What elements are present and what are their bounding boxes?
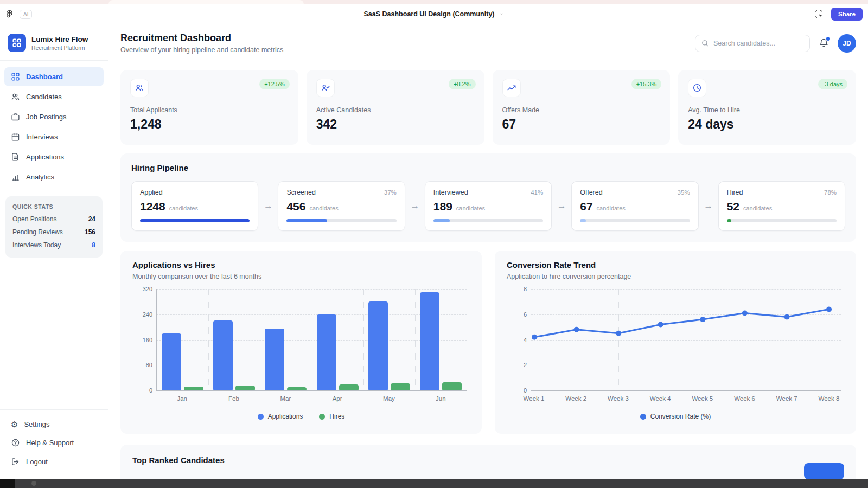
section-title: Top Ranked Candidates bbox=[132, 455, 225, 465]
stage-progress-fill bbox=[286, 219, 327, 222]
sidebar-item-interviews[interactable]: Interviews bbox=[4, 127, 104, 146]
sidebar-item-applications[interactable]: Applications bbox=[4, 147, 104, 166]
x-axis-label: May bbox=[363, 394, 414, 405]
sidebar-item-label: Logout bbox=[26, 458, 48, 466]
stage-unit: candidates bbox=[456, 205, 485, 211]
taskbar-corner bbox=[0, 479, 15, 488]
data-point bbox=[658, 322, 663, 327]
quick-stat-label: Pending Reviews bbox=[12, 228, 63, 236]
dev-mode-icon[interactable] bbox=[814, 9, 824, 19]
sidebar-item-label: Candidates bbox=[26, 93, 62, 101]
sidebar-item-settings[interactable]: ⚙ Settings bbox=[4, 415, 104, 433]
pipeline-stage-offered: Offered 35% 67 candidates bbox=[571, 181, 698, 231]
figma-toolbar: AI SaaS Dashboard UI Design (Community) … bbox=[0, 4, 868, 24]
bar-group bbox=[415, 289, 467, 390]
bar-hires bbox=[184, 387, 203, 390]
stat-value: 67 bbox=[502, 117, 661, 132]
taskbar bbox=[0, 479, 868, 488]
search-box[interactable] bbox=[695, 35, 810, 52]
document-title[interactable]: SaaS Dashboard UI Design (Community) bbox=[363, 10, 494, 18]
data-point bbox=[700, 317, 705, 322]
stat-value: 24 days bbox=[688, 117, 846, 132]
bar-hires bbox=[339, 384, 359, 390]
x-axis-label: Week 2 bbox=[565, 395, 586, 402]
data-point bbox=[826, 306, 832, 312]
data-point bbox=[616, 331, 621, 336]
y-axis-label: 320 bbox=[143, 286, 152, 292]
stat-card-active-candidates: +8.2% Active Candidates 342 bbox=[307, 70, 484, 145]
quick-stat-row: Interviews Today 8 bbox=[12, 241, 95, 249]
notifications-bell-icon[interactable] bbox=[819, 38, 829, 48]
stat-card-total-applicants: +12.5% Total Applicants 1,248 bbox=[120, 70, 298, 145]
taskbar-app-icon[interactable] bbox=[31, 481, 36, 486]
quick-stat-label: Open Positions bbox=[12, 215, 56, 223]
data-point bbox=[742, 310, 748, 316]
line-chart: 02468Week 1Week 2Week 3Week 4Week 5Week … bbox=[507, 289, 844, 420]
stat-label: Offers Made bbox=[502, 106, 661, 114]
change-badge: +12.5% bbox=[259, 79, 290, 89]
x-axis-labels: Week 1Week 2Week 3Week 4Week 5Week 6Week… bbox=[531, 394, 841, 405]
x-axis-label: Week 3 bbox=[608, 395, 629, 402]
stage-percent: 41% bbox=[531, 189, 543, 196]
conversion-line bbox=[531, 289, 841, 390]
sidebar-item-dashboard[interactable]: Dashboard bbox=[4, 67, 104, 86]
chart-title: Applications vs Hires bbox=[132, 260, 470, 269]
stage-percent: 37% bbox=[384, 189, 397, 196]
sidebar-item-label: Applications bbox=[26, 153, 64, 161]
figma-logo-icon[interactable] bbox=[5, 10, 14, 18]
sidebar-item-label: Help & Support bbox=[26, 439, 74, 447]
stat-label: Avg. Time to Hire bbox=[688, 106, 846, 114]
ai-badge[interactable]: AI bbox=[20, 10, 32, 19]
x-axis-label: Week 5 bbox=[692, 395, 713, 402]
x-axis-label: Week 7 bbox=[776, 395, 797, 402]
view-all-button[interactable] bbox=[804, 463, 844, 479]
y-axis-label: 80 bbox=[146, 362, 152, 368]
pipeline-stage-hired: Hired 78% 52 candidates bbox=[718, 181, 845, 231]
y-axis-label: 0 bbox=[149, 387, 152, 394]
stage-name: Interviewed bbox=[433, 189, 468, 196]
sidebar-item-label: Dashboard bbox=[26, 73, 63, 81]
calendar-icon bbox=[11, 132, 20, 142]
stage-name: Offered bbox=[580, 189, 602, 196]
notification-badge bbox=[826, 37, 830, 41]
avatar[interactable]: JD bbox=[838, 34, 856, 53]
share-button[interactable]: Share bbox=[831, 8, 863, 21]
stat-label: Active Candidates bbox=[316, 106, 475, 114]
chevron-down-icon[interactable] bbox=[499, 11, 505, 17]
bar-chart: 080160240320JanFebMarAprMayJunApplicatio… bbox=[132, 289, 470, 420]
sidebar-item-candidates[interactable]: Candidates bbox=[4, 87, 104, 106]
arrow-right-icon: → bbox=[552, 201, 571, 211]
sidebar-item-analytics[interactable]: Analytics bbox=[4, 168, 104, 187]
stage-progress-fill bbox=[433, 219, 450, 222]
users-icon bbox=[11, 92, 20, 101]
x-axis-label: Feb bbox=[208, 394, 259, 405]
search-input[interactable] bbox=[713, 40, 804, 47]
change-badge: +15.3% bbox=[631, 79, 662, 89]
x-axis-label: Mar bbox=[260, 394, 311, 405]
quick-stats-card: QUICK STATS Open Positions 24 Pending Re… bbox=[5, 196, 103, 258]
sidebar-item-job-postings[interactable]: Job Postings bbox=[4, 107, 104, 126]
chart-title: Conversion Rate Trend bbox=[507, 260, 844, 269]
stage-progress-track bbox=[727, 219, 837, 222]
stage-count: 1248 bbox=[140, 200, 165, 213]
sidebar-item-label: Analytics bbox=[26, 173, 54, 181]
legend-label: Hires bbox=[329, 413, 344, 420]
pipeline-stage-screened: Screened 37% 456 candidates bbox=[278, 181, 405, 231]
stage-count: 67 bbox=[580, 200, 592, 213]
stage-progress-track bbox=[580, 219, 690, 222]
brand-logo-icon bbox=[8, 34, 26, 52]
y-axis-label: 6 bbox=[524, 311, 527, 318]
sidebar-item-help-support[interactable]: Help & Support bbox=[4, 433, 104, 452]
bar-applications bbox=[368, 301, 388, 390]
page-subtitle: Overview of your hiring pipeline and can… bbox=[120, 46, 283, 54]
browser-tab bbox=[108, 0, 304, 4]
bar-groups bbox=[157, 289, 467, 390]
stage-unit: candidates bbox=[309, 205, 338, 211]
gridline bbox=[467, 289, 467, 390]
x-axis-label: Week 1 bbox=[524, 395, 545, 402]
gear-icon: ⚙ bbox=[11, 420, 18, 428]
brand-name: Lumix Hire Flow bbox=[31, 35, 88, 43]
legend-item: Hires bbox=[319, 413, 344, 420]
sidebar-item-logout[interactable]: Logout bbox=[4, 452, 104, 471]
x-axis-label: Apr bbox=[311, 394, 363, 405]
